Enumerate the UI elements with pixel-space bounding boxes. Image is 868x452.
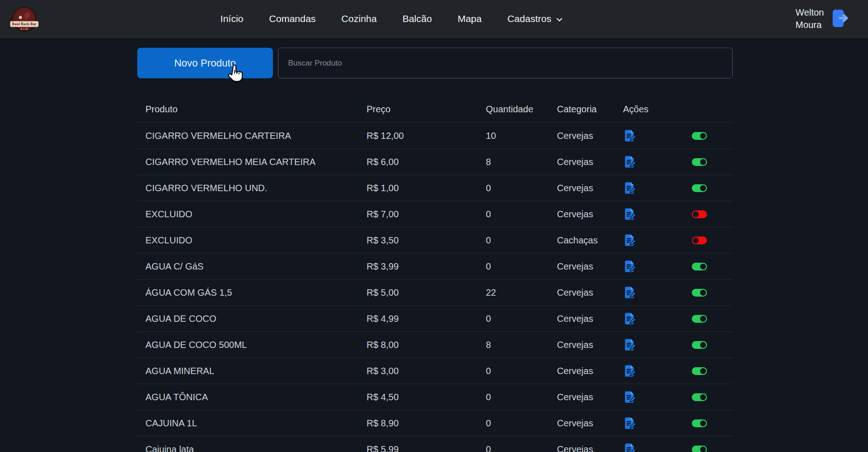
logo-title: Raul Rock Bar (10, 21, 39, 27)
active-toggle-on[interactable] (692, 158, 707, 166)
active-toggle-on[interactable] (692, 289, 707, 297)
edit-product-button[interactable] (623, 416, 637, 430)
product-category: Cervejas (557, 183, 623, 193)
product-actions (623, 181, 733, 195)
product-actions (623, 155, 733, 169)
edit-product-button[interactable] (623, 259, 637, 273)
edit-product-button[interactable] (623, 286, 637, 299)
logo-subtitle: & Café (12, 28, 37, 30)
table-body: CIGARRO VERMELHO CARTEIRA R$ 12,00 10 Ce… (137, 122, 733, 452)
edit-document-icon (623, 424, 637, 431)
table-row: AGUA TÔNICA R$ 4,50 0 Cervejas (137, 384, 733, 410)
nav-item-cozinha[interactable]: Cozinha (340, 11, 378, 27)
edit-product-button[interactable] (623, 207, 637, 221)
nav-item-mapa[interactable]: Mapa (456, 11, 483, 27)
column-header-quantidade: Quantidade (486, 104, 557, 115)
nav-item-comandas[interactable]: Comandas (268, 11, 317, 27)
active-toggle-off[interactable] (692, 237, 707, 244)
product-name: AGUA C/ GáS (137, 261, 367, 272)
edit-product-button[interactable] (623, 155, 637, 169)
column-header-categoria: Categoria (557, 104, 623, 115)
product-name: ÁGUA COM GÁS 1,5 (137, 287, 367, 298)
product-price: R$ 8,00 (367, 340, 486, 350)
edit-product-button[interactable] (623, 312, 637, 325)
edit-document-icon (623, 346, 637, 353)
edit-document-icon (623, 189, 637, 196)
product-category: Cervejas (557, 444, 623, 452)
product-quantity: 0 (486, 235, 557, 246)
logout-button[interactable] (831, 8, 850, 30)
search-product-input[interactable] (278, 48, 733, 78)
product-name: CIGARRO VERMELHO UND. (137, 183, 367, 193)
column-header-preco: Preço (367, 104, 486, 115)
nav-item-inicio[interactable]: Início (219, 11, 244, 27)
table-row: CIGARRO VERMELHO CARTEIRA R$ 12,00 10 Ce… (137, 122, 733, 149)
active-toggle-on[interactable] (692, 184, 707, 192)
active-toggle-off[interactable] (692, 210, 707, 218)
active-toggle-on[interactable] (692, 263, 707, 270)
product-category: Cervejas (557, 392, 623, 402)
edit-product-button[interactable] (623, 233, 637, 247)
product-category: Cervejas (557, 287, 623, 298)
logout-door-arrow-icon (831, 23, 850, 30)
edit-product-button[interactable] (623, 338, 637, 352)
top-navbar: Raul Rock Bar & Café InícioComandasCozin… (0, 0, 868, 38)
product-actions (623, 259, 733, 273)
edit-document-icon (623, 268, 637, 275)
nav-item-cadastros[interactable]: Cadastros (506, 11, 564, 27)
column-header-produto: Produto (137, 104, 367, 115)
table-row: CAJUINA 1L R$ 8,90 0 Cervejas (137, 410, 733, 436)
product-actions (623, 364, 733, 378)
product-price: R$ 3,99 (367, 261, 486, 272)
brand-logo[interactable]: Raul Rock Bar & Café (12, 7, 37, 32)
product-name: EXCLUIDO (137, 235, 367, 246)
active-toggle-on[interactable] (692, 132, 707, 140)
active-toggle-on[interactable] (692, 341, 707, 349)
product-quantity: 0 (486, 209, 557, 220)
table-row: AGUA DE COCO R$ 4,99 0 Cervejas (137, 305, 733, 331)
table-row: Cajuina lata R$ 5,99 0 Cervejas (137, 436, 733, 452)
product-actions (623, 233, 733, 247)
table-row: CIGARRO VERMELHO UND. R$ 1,00 0 Cervejas (137, 175, 733, 201)
column-header-acoes: Ações (623, 104, 733, 115)
product-price: R$ 7,00 (367, 209, 486, 220)
products-table: ProdutoPreçoQuantidadeCategoriaAções CIG… (137, 98, 733, 452)
active-toggle-on[interactable] (692, 315, 707, 323)
product-quantity: 0 (486, 392, 557, 402)
table-row: CIGARRO VERMELHO MEIA CARTEIRA R$ 6,00 8… (137, 149, 733, 175)
product-quantity: 0 (486, 261, 557, 272)
product-quantity: 0 (486, 418, 557, 429)
active-toggle-on[interactable] (692, 367, 707, 375)
edit-document-icon (623, 320, 637, 327)
table-row: ÁGUA COM GÁS 1,5 R$ 5,00 22 Cervejas (137, 279, 733, 305)
product-price: R$ 12,00 (367, 131, 486, 141)
product-price: R$ 6,00 (367, 157, 486, 167)
product-name: Cajuina lata (137, 444, 367, 452)
table-header: ProdutoPreçoQuantidadeCategoriaAções (137, 98, 733, 122)
edit-product-button[interactable] (623, 390, 637, 404)
new-product-button[interactable]: Novo Produto (137, 48, 273, 78)
edit-product-button[interactable] (623, 442, 637, 452)
product-quantity: 10 (486, 131, 557, 141)
products-page: Novo Produto ProdutoPreçoQuantidadeCateg… (0, 38, 868, 452)
edit-document-icon (623, 372, 637, 379)
product-category: Cervejas (557, 314, 623, 324)
edit-product-button[interactable] (623, 181, 637, 195)
product-quantity: 0 (486, 366, 557, 376)
active-toggle-on[interactable] (692, 393, 707, 401)
product-category: Cervejas (557, 157, 623, 167)
active-toggle-on[interactable] (692, 446, 707, 452)
active-toggle-on[interactable] (692, 419, 707, 427)
product-actions (623, 338, 733, 352)
product-price: R$ 1,00 (367, 183, 486, 193)
table-row: AGUA C/ GáS R$ 3,99 0 Cervejas (137, 253, 733, 279)
nav-item-balcao[interactable]: Balcão (401, 11, 433, 27)
edit-document-icon (623, 242, 637, 248)
table-row: EXCLUIDO R$ 3,50 0 Cachaças (137, 227, 733, 253)
edit-product-button[interactable] (623, 364, 637, 378)
product-name: AGUA MINERAL (137, 366, 367, 376)
product-actions (623, 312, 733, 325)
product-price: R$ 3,00 (367, 366, 486, 376)
edit-product-button[interactable] (623, 129, 637, 143)
product-name: AGUA DE COCO 500ML (137, 340, 367, 350)
